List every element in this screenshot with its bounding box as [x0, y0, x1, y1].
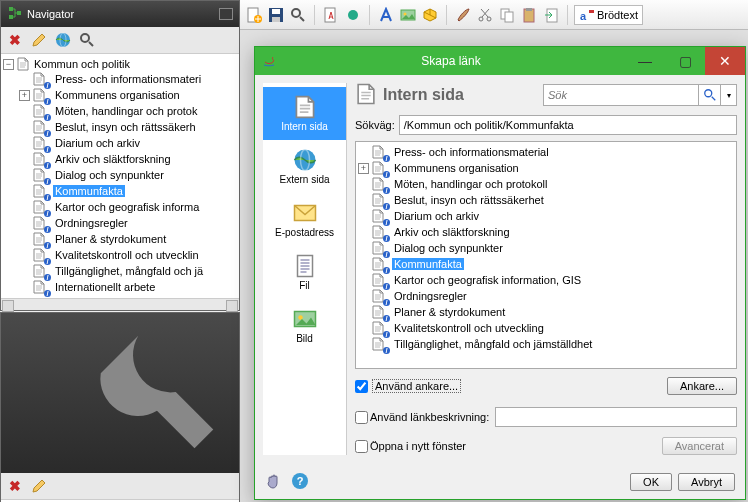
info-icon — [44, 111, 51, 118]
image-icon[interactable] — [398, 5, 418, 25]
tree-node[interactable]: Ordningsregler — [53, 217, 130, 229]
tree-node[interactable]: Beslut, insyn och rättssäkerh — [53, 121, 198, 133]
edit-icon[interactable] — [29, 30, 49, 50]
collapse-icon[interactable]: − — [3, 59, 14, 70]
use-linkdesc-label: Använd länkbeskrivning: — [370, 411, 489, 423]
open-new-checkbox[interactable]: Öppna i nytt fönster — [355, 440, 466, 453]
linkdesc-input[interactable] — [495, 407, 737, 427]
tree-node[interactable]: Tillgänglighet, mångfald och jämställdhe… — [392, 338, 594, 350]
search-icon[interactable] — [77, 30, 97, 50]
dialog-title-bar[interactable]: Skapa länk — ▢ ✕ — [255, 47, 745, 75]
content-panel: Innehåll ✖ −MittenspaltRubrikBildIngress… — [0, 312, 240, 502]
info-icon — [44, 159, 51, 166]
link-type-fil[interactable]: Fil — [263, 246, 346, 299]
maximize-button[interactable]: ▢ — [665, 47, 705, 75]
tree-node[interactable]: Kommunens organisation — [53, 89, 182, 101]
navigator-tree[interactable]: − Kommun och politik Press- och informat… — [1, 54, 239, 298]
tree-node[interactable]: Kartor och geografisk information, GIS — [392, 274, 583, 286]
info-icon — [44, 127, 51, 134]
tree-node[interactable]: Diarium och arkiv — [392, 210, 481, 222]
tree-node[interactable]: Möten, handlingar och protokoll — [392, 178, 549, 190]
info-icon — [44, 271, 51, 278]
copy-icon[interactable] — [497, 5, 517, 25]
accessibility-icon[interactable] — [265, 472, 283, 492]
navigator-title: Navigator — [27, 8, 74, 20]
find-icon[interactable] — [288, 5, 308, 25]
page-a-icon[interactable] — [321, 5, 341, 25]
info-icon — [44, 239, 51, 246]
tree-node[interactable]: Arkiv och släktforskning — [53, 153, 173, 165]
dialog-heading: Intern sida — [383, 86, 464, 104]
minimize-button[interactable]: — — [625, 47, 665, 75]
tree-node[interactable]: Kvalitetskontroll och utveckling — [392, 322, 546, 334]
tree-node[interactable]: Diarium och arkiv — [53, 137, 142, 149]
info-icon — [383, 232, 390, 239]
tree-root[interactable]: Kommun och politik — [32, 58, 132, 70]
tree-node[interactable]: Beslut, insyn och rättssäkerhet — [392, 194, 546, 206]
expand-icon[interactable]: + — [358, 163, 369, 174]
help-icon[interactable] — [291, 472, 309, 492]
brush-icon[interactable] — [453, 5, 473, 25]
tree-node[interactable]: Press- och informationsmateri — [53, 73, 203, 85]
tree-node[interactable]: Dialog och synpunkter — [53, 169, 166, 181]
link-type-label: E-postadress — [275, 227, 334, 238]
tree-node[interactable]: Planer & styrdokument — [392, 306, 507, 318]
font-icon[interactable] — [376, 5, 396, 25]
advanced-button[interactable]: Avancerat — [662, 437, 737, 455]
tree-node[interactable]: Tillgänglighet, mångfald och jä — [53, 265, 205, 277]
expand-icon[interactable]: + — [19, 90, 30, 101]
tree-node[interactable]: Arkiv och släktforskning — [392, 226, 512, 238]
delete-icon[interactable]: ✖ — [5, 476, 25, 496]
tree-node[interactable]: Möten, handlingar och protok — [53, 105, 199, 117]
close-button[interactable]: ✕ — [705, 47, 745, 75]
horizontal-scrollbar[interactable] — [1, 298, 239, 310]
search-input[interactable] — [543, 84, 699, 106]
use-linkdesc-checkbox[interactable]: Använd länkbeskrivning: — [355, 411, 489, 424]
page-icon — [355, 83, 377, 107]
panel-menu-icon[interactable] — [219, 8, 233, 20]
save-icon[interactable] — [266, 5, 286, 25]
page-icon — [16, 57, 30, 71]
tree-node[interactable]: Press- och informationsmaterial — [392, 146, 551, 158]
info-icon — [383, 344, 390, 351]
globe-icon[interactable] — [53, 30, 73, 50]
info-icon — [383, 216, 390, 223]
link-type-e-postadress[interactable]: E-postadress — [263, 193, 346, 246]
style-selector[interactable]: Brödtext — [574, 5, 643, 25]
link-type-intern-sida[interactable]: Intern sida — [263, 87, 346, 140]
delete-icon[interactable]: ✖ — [5, 30, 25, 50]
search-dropdown[interactable]: ▾ — [721, 84, 737, 106]
java-icon — [261, 52, 277, 70]
tree-node[interactable]: Kommunens organisation — [392, 162, 521, 174]
tree-node[interactable]: Kommunfakta — [53, 185, 125, 197]
ok-button[interactable]: OK — [630, 473, 672, 491]
search-button[interactable] — [699, 84, 721, 106]
app-toolbar: Brödtext — [240, 0, 748, 30]
tree-node[interactable]: Planer & styrdokument — [53, 233, 168, 245]
link-type-icon — [291, 254, 319, 278]
page-tree[interactable]: Press- och informationsmaterial+Kommunen… — [355, 141, 737, 369]
navigator-icon — [7, 5, 23, 23]
info-icon — [383, 168, 390, 175]
publish-icon[interactable] — [343, 5, 363, 25]
link-type-label: Bild — [296, 333, 313, 344]
cancel-button[interactable]: Avbryt — [678, 473, 735, 491]
tree-node[interactable]: Dialog och synpunkter — [392, 242, 505, 254]
link-type-icon — [291, 201, 319, 225]
tree-node[interactable]: Ordningsregler — [392, 290, 469, 302]
anchor-button[interactable]: Ankare... — [667, 377, 737, 395]
tree-node[interactable]: Kvalitetskontroll och utvecklin — [53, 249, 201, 261]
info-icon — [44, 207, 51, 214]
cut-icon[interactable] — [475, 5, 495, 25]
new-page-icon[interactable] — [244, 5, 264, 25]
tree-node[interactable]: Kommunfakta — [392, 258, 464, 270]
link-type-extern-sida[interactable]: Extern sida — [263, 140, 346, 193]
edit-icon[interactable] — [29, 476, 49, 496]
tree-node[interactable]: Internationellt arbete — [53, 281, 157, 293]
module-icon[interactable] — [420, 5, 440, 25]
paste-icon[interactable] — [519, 5, 539, 25]
link-type-bild[interactable]: Bild — [263, 299, 346, 352]
import-icon[interactable] — [541, 5, 561, 25]
use-anchor-checkbox[interactable]: Använd ankare... — [355, 379, 461, 393]
tree-node[interactable]: Kartor och geografisk informa — [53, 201, 201, 213]
